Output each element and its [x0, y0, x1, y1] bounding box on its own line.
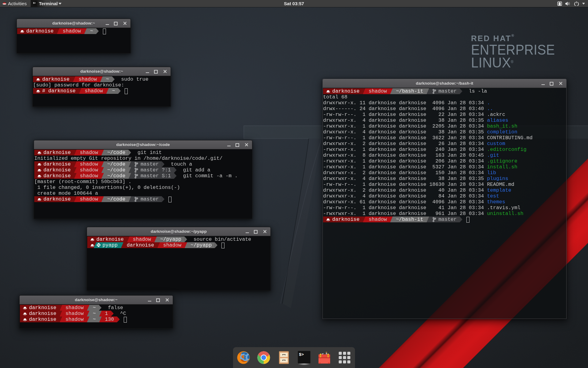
svg-text:$>: $> — [299, 352, 304, 357]
